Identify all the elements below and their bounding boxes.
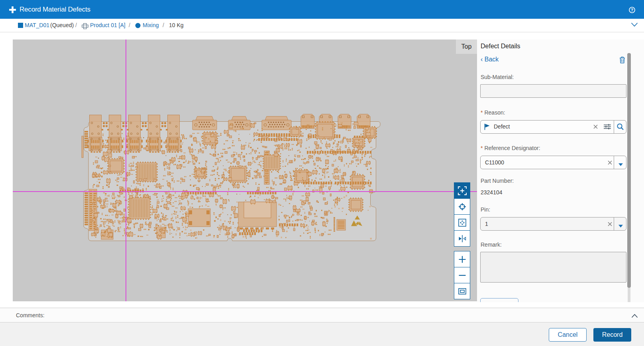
svg-text:?: ?	[631, 8, 633, 12]
